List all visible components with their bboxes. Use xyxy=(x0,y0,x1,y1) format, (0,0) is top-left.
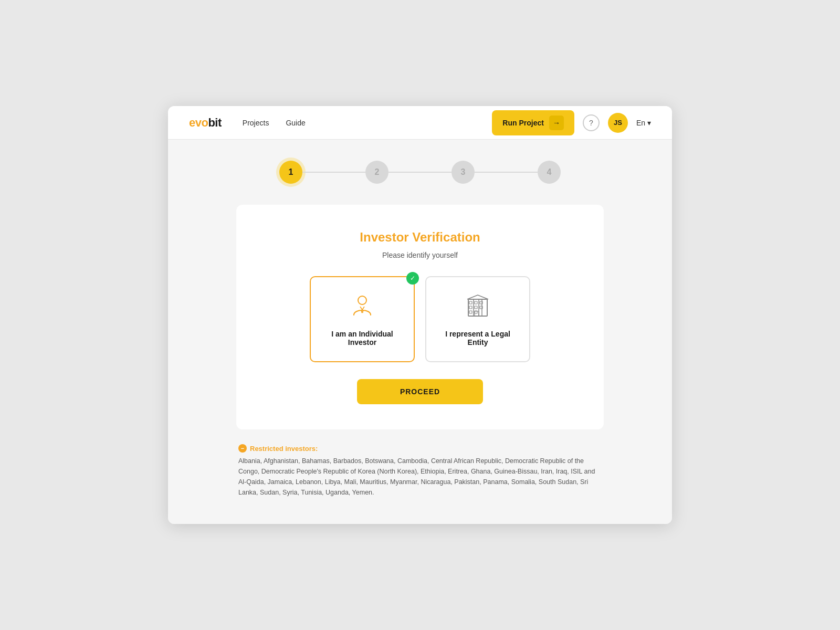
logo-evo: evo xyxy=(189,116,208,130)
navbar: evobit Projects Guide Run Project → ? JS… xyxy=(168,106,672,140)
svg-rect-6 xyxy=(469,306,472,309)
individual-investor-icon xyxy=(348,292,377,321)
proceed-button[interactable]: PROCEED xyxy=(357,379,483,404)
run-project-label: Run Project xyxy=(502,119,544,127)
legal-entity-icon xyxy=(463,292,492,321)
step-4-number: 4 xyxy=(547,167,552,177)
nav-link-projects[interactable]: Projects xyxy=(243,119,269,127)
check-badge-icon: ✓ xyxy=(406,272,419,285)
legal-entity-card[interactable]: I represent a Legal Entity xyxy=(425,276,530,362)
verification-card: Investor Verification Please identify yo… xyxy=(236,205,604,429)
step-line-1-2 xyxy=(302,172,365,173)
logo[interactable]: evobit xyxy=(189,116,222,130)
step-3-number: 3 xyxy=(461,167,466,177)
nav-links: Projects Guide xyxy=(243,119,492,127)
restricted-text: Albania, Afghanistan, Bahamas, Barbados,… xyxy=(238,456,602,498)
restricted-title-text: Restricted investors: xyxy=(250,445,318,453)
restricted-title: − Restricted investors: xyxy=(238,444,602,453)
svg-rect-7 xyxy=(469,311,472,313)
page-title: Investor Verification xyxy=(257,230,583,245)
step-line-3-4 xyxy=(475,172,538,173)
main-content: 1 2 3 4 Investor Verification Please ide… xyxy=(168,140,672,524)
language-selector[interactable]: En ▾ xyxy=(636,119,651,127)
step-line-2-3 xyxy=(388,172,452,173)
lang-label: En xyxy=(636,119,645,127)
minus-icon: − xyxy=(238,444,247,453)
logo-bit: bit xyxy=(208,116,221,130)
step-3[interactable]: 3 xyxy=(452,161,475,184)
svg-rect-5 xyxy=(469,301,472,304)
individual-investor-label: I am an Individual Investor xyxy=(323,330,401,346)
legal-entity-label: I represent a Legal Entity xyxy=(439,330,517,346)
help-icon: ? xyxy=(589,119,593,127)
run-project-arrow-icon: → xyxy=(549,116,564,130)
run-project-button[interactable]: Run Project → xyxy=(492,110,574,135)
svg-rect-8 xyxy=(475,301,477,304)
individual-investor-card[interactable]: ✓ I am an Individual Investor xyxy=(310,276,415,362)
step-1[interactable]: 1 xyxy=(279,161,302,184)
step-1-number: 1 xyxy=(289,167,293,177)
nav-link-guide[interactable]: Guide xyxy=(286,119,305,127)
restricted-section: − Restricted investors: Albania, Afghani… xyxy=(236,444,604,498)
svg-point-0 xyxy=(358,296,366,304)
nav-actions: Run Project → ? JS En ▾ xyxy=(492,110,651,135)
avatar[interactable]: JS xyxy=(608,113,628,133)
step-2[interactable]: 2 xyxy=(365,161,388,184)
steps-container: 1 2 3 4 xyxy=(189,161,651,184)
help-button[interactable]: ? xyxy=(583,114,600,131)
svg-rect-9 xyxy=(475,306,477,309)
browser-window: evobit Projects Guide Run Project → ? JS… xyxy=(168,106,672,524)
chevron-down-icon: ▾ xyxy=(647,119,651,127)
step-4[interactable]: 4 xyxy=(538,161,561,184)
investor-options: ✓ I am an Individual Investor xyxy=(257,276,583,362)
page-subtitle: Please identify yourself xyxy=(257,251,583,259)
step-2-number: 2 xyxy=(375,167,380,177)
